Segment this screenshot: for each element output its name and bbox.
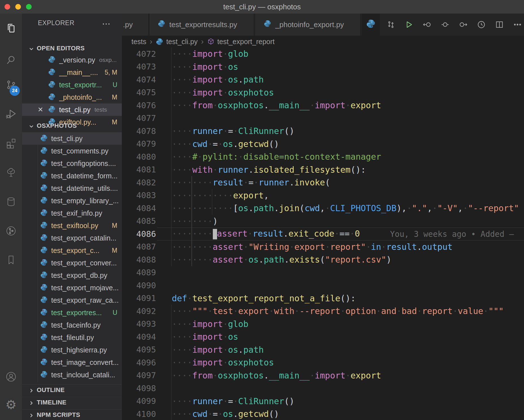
file-tree-item[interactable]: test_export_catalin... <box>22 232 122 244</box>
history-icon[interactable] <box>472 14 490 36</box>
breadcrumb-item-symbol[interactable]: test_export_report <box>217 38 275 46</box>
tab-test-exportresults[interactable]: test_exportresults.py <box>150 14 254 36</box>
code-line[interactable]: 4095····import·os.path <box>122 343 524 356</box>
compare-changes-icon[interactable] <box>382 14 400 36</box>
file-tree-item[interactable]: test_export_raw_ca... <box>22 294 122 306</box>
code-line[interactable]: 4084············[os.path.join(cwd,·CLI_P… <box>122 202 524 215</box>
code-line[interactable]: 4078····runner·=·CliRunner() <box>122 125 524 138</box>
line-number[interactable]: 4098 <box>122 384 156 393</box>
file-tree-item[interactable]: test_empty_library_... <box>22 194 122 207</box>
code-line[interactable]: 4079····cwd·=·os.getcwd() <box>122 138 524 151</box>
line-number[interactable]: 4080 <box>122 152 156 162</box>
code-line[interactable]: 4072····import·glob <box>122 47 524 60</box>
code-editor[interactable]: 4072····import·glob4073····import·os4074… <box>122 47 524 420</box>
code-line[interactable]: 4092····"""·test·export·with·--report·op… <box>122 305 524 318</box>
code-line[interactable]: 4087········assert·"Writing·export·repor… <box>122 241 524 254</box>
tab-active-python[interactable] <box>362 14 380 36</box>
test-tree-icon[interactable] <box>0 162 22 183</box>
line-number[interactable]: 4100 <box>122 409 156 419</box>
line-number[interactable]: 4089 <box>122 268 156 277</box>
open-editor-item[interactable]: test_exportr...U <box>22 79 122 91</box>
code-line[interactable]: 4073····import·os <box>122 60 524 73</box>
file-tree-item[interactable]: test_configoptions.... <box>22 157 122 170</box>
file-tree-item[interactable]: test_exportres...U <box>22 306 122 319</box>
code-line[interactable]: 4086········assert·result.exit_code·==·0… <box>122 228 524 241</box>
line-number[interactable]: 4079 <box>122 139 156 149</box>
line-number[interactable]: 4083 <box>122 190 156 200</box>
code-line[interactable]: 4081····with·runner.isolated_filesystem(… <box>122 163 524 176</box>
code-line[interactable]: 4083············export, <box>122 189 524 202</box>
more-actions-icon[interactable] <box>508 14 524 36</box>
line-number[interactable]: 4075 <box>122 88 156 97</box>
more-actions-icon[interactable]: ⋯ <box>102 19 111 29</box>
line-number[interactable]: 4090 <box>122 281 156 290</box>
line-number[interactable]: 4085 <box>122 216 156 226</box>
npm-scripts-section[interactable]: NPM SCRIPTS <box>22 409 122 420</box>
code-line[interactable]: 4096····import·osxphotos <box>122 356 524 369</box>
code-line[interactable]: 4075····import·osxphotos <box>122 86 524 99</box>
file-tree-item[interactable]: test_datetime_form... <box>22 170 122 182</box>
open-editors-header[interactable]: OPEN EDITORS <box>22 43 122 54</box>
settings-gear-icon[interactable]: ⚙ <box>0 395 22 415</box>
line-number[interactable]: 4096 <box>122 358 156 367</box>
file-tree-item[interactable]: test_fileutil.py <box>22 331 122 344</box>
code-line[interactable]: 4090 <box>122 279 524 292</box>
code-line[interactable]: 4099····runner·=·CliRunner() <box>122 395 524 408</box>
open-editor-item[interactable]: _version.pyosxp... <box>22 54 122 66</box>
code-line[interactable]: 4088········assert·os.path.exists("repor… <box>122 253 524 266</box>
open-editor-item[interactable]: __main__....5, M <box>22 66 122 79</box>
tab-photoinfo-export[interactable]: _photoinfo_export.py <box>255 14 361 36</box>
file-tree-item[interactable]: test_comments.py <box>22 145 122 157</box>
file-tree-item[interactable]: test_exif_info.py <box>22 207 122 219</box>
bookmark-icon[interactable] <box>0 250 22 270</box>
arrow-circle-left-icon[interactable] <box>418 14 436 36</box>
code-line[interactable]: 4074····import·os.path <box>122 73 524 86</box>
line-number[interactable]: 4087 <box>122 242 156 252</box>
line-number[interactable]: 4078 <box>122 126 156 136</box>
file-tree-item[interactable]: test_datetime_utils.... <box>22 182 122 194</box>
line-number[interactable]: 4084 <box>122 203 156 213</box>
file-tree-item[interactable]: test_export_conver... <box>22 257 122 269</box>
timeline-section[interactable]: TIMELINE <box>22 397 122 408</box>
file-tree-item[interactable]: test_incloud_catali... <box>22 369 122 381</box>
line-number[interactable]: 4082 <box>122 178 156 187</box>
line-number[interactable]: 4076 <box>122 101 156 110</box>
line-number[interactable]: 4092 <box>122 306 156 316</box>
search-icon[interactable] <box>0 50 22 70</box>
code-line[interactable]: 4082········result·=·runner.invoke( <box>122 176 524 189</box>
split-editor-icon[interactable] <box>490 14 508 36</box>
circle-dash-icon[interactable] <box>436 14 454 36</box>
line-number[interactable]: 4099 <box>122 396 156 406</box>
line-number[interactable]: 4093 <box>122 319 156 329</box>
close-icon[interactable]: ✕ <box>37 106 44 114</box>
outline-section[interactable]: OUTLINE <box>22 384 122 395</box>
breadcrumb-item-file[interactable]: test_cli.py <box>166 38 198 46</box>
code-line[interactable]: 4100····cwd·=·os.getcwd() <box>122 408 524 420</box>
account-icon[interactable] <box>0 367 22 387</box>
line-number[interactable]: 4095 <box>122 345 156 354</box>
database-icon[interactable] <box>0 192 22 212</box>
line-number[interactable]: 4088 <box>122 255 156 265</box>
file-tree-item[interactable]: test_image_convert... <box>22 356 122 369</box>
tab-partial[interactable]: .py <box>122 14 149 36</box>
line-number[interactable]: 4074 <box>122 75 156 85</box>
open-editor-item[interactable]: ✕ test_cli.pytests <box>22 103 122 116</box>
explorer-icon[interactable] <box>0 18 22 38</box>
line-number[interactable]: 4073 <box>122 62 156 72</box>
run-and-debug-icon[interactable] <box>0 104 22 124</box>
code-line[interactable]: 4077 <box>122 112 524 125</box>
git-graph-icon[interactable] <box>0 221 22 241</box>
line-number[interactable]: 4091 <box>122 293 156 303</box>
file-tree-item[interactable]: test_export_c...M <box>22 244 122 257</box>
extensions-icon[interactable] <box>0 133 22 153</box>
code-line[interactable]: 4076····from·osxphotos.__main__·import·e… <box>122 99 524 112</box>
line-number[interactable]: 4072 <box>122 49 156 59</box>
code-line[interactable]: 4093····import·glob <box>122 318 524 331</box>
file-tree-item[interactable]: test_highsierra.py <box>22 344 122 356</box>
code-line[interactable]: 4080····#·pylint:·disable=not-context-ma… <box>122 150 524 163</box>
code-line[interactable]: 4091def·test_export_report_not_a_file(): <box>122 292 524 305</box>
file-tree-item[interactable]: test_export_mojave... <box>22 282 122 294</box>
line-number[interactable]: 4094 <box>122 332 156 342</box>
file-tree-item[interactable]: test_cli.py <box>22 132 122 145</box>
file-tree-item[interactable]: test_faceinfo.py <box>22 319 122 331</box>
